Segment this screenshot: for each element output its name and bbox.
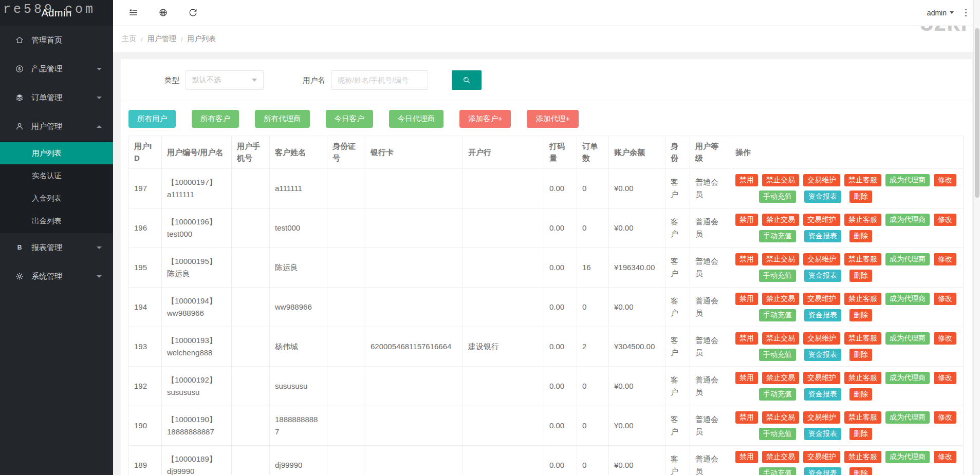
sidebar-subitem-deposit-list[interactable]: 入金列表 <box>0 187 113 210</box>
action-trade-maintenance-button[interactable]: 交易维护 <box>803 214 840 226</box>
action-manual-recharge-button[interactable]: 手动充值 <box>759 230 796 242</box>
action-disable-button[interactable]: 禁用 <box>735 451 758 463</box>
action-delete-button[interactable]: 删除 <box>849 467 872 475</box>
action-trade-maintenance-button[interactable]: 交易维护 <box>803 293 840 305</box>
action-forbid-service-button[interactable]: 禁止客服 <box>844 451 881 463</box>
action-disable-button[interactable]: 禁用 <box>735 372 758 384</box>
today-agents-button[interactable]: 今日代理商 <box>389 110 444 128</box>
action-make-agent-button[interactable]: 成为代理商 <box>885 293 930 305</box>
action-forbid-trade-button[interactable]: 禁止交易 <box>762 293 799 305</box>
action-forbid-trade-button[interactable]: 禁止交易 <box>762 451 799 463</box>
action-delete-button[interactable]: 删除 <box>849 349 872 361</box>
action-forbid-service-button[interactable]: 禁止客服 <box>844 293 881 305</box>
action-make-agent-button[interactable]: 成为代理商 <box>885 174 930 186</box>
breadcrumb-user-management[interactable]: 用户管理 <box>147 34 176 44</box>
action-delete-button[interactable]: 删除 <box>849 388 872 401</box>
action-forbid-service-button[interactable]: 禁止客服 <box>844 372 881 384</box>
action-delete-button[interactable]: 删除 <box>849 309 872 321</box>
action-make-agent-button[interactable]: 成为代理商 <box>885 214 930 226</box>
action-fund-report-button[interactable]: 资金报表 <box>804 388 841 401</box>
action-delete-button[interactable]: 删除 <box>849 230 872 242</box>
sidebar-item-dashboard[interactable]: 管理首页 <box>0 26 113 54</box>
action-make-agent-button[interactable]: 成为代理商 <box>885 411 930 424</box>
action-fund-report-button[interactable]: 资金报表 <box>804 349 841 361</box>
action-delete-button[interactable]: 删除 <box>849 191 872 203</box>
action-forbid-trade-button[interactable]: 禁止交易 <box>762 411 799 424</box>
sidebar-item-users[interactable]: 用户管理 <box>0 112 113 141</box>
action-forbid-trade-button[interactable]: 禁止交易 <box>762 332 799 345</box>
search-button[interactable] <box>452 70 482 90</box>
action-trade-maintenance-button[interactable]: 交易维护 <box>803 372 840 384</box>
action-fund-report-button[interactable]: 资金报表 <box>804 309 841 321</box>
action-edit-button[interactable]: 修改 <box>934 253 956 265</box>
action-forbid-service-button[interactable]: 禁止客服 <box>844 214 881 226</box>
action-disable-button[interactable]: 禁用 <box>735 293 758 305</box>
action-manual-recharge-button[interactable]: 手动充值 <box>759 270 796 282</box>
username-input[interactable] <box>331 70 428 90</box>
breadcrumb-home[interactable]: 主页 <box>122 34 136 44</box>
globe-icon[interactable] <box>158 8 169 18</box>
all-users-button[interactable]: 所有用户 <box>128 110 176 128</box>
action-fund-report-button[interactable]: 资金报表 <box>804 428 841 440</box>
sidebar-item-orders[interactable]: 订单管理 <box>0 83 113 112</box>
action-disable-button[interactable]: 禁用 <box>735 332 758 345</box>
action-manual-recharge-button[interactable]: 手动充值 <box>759 388 796 401</box>
action-forbid-trade-button[interactable]: 禁止交易 <box>762 214 799 226</box>
action-disable-button[interactable]: 禁用 <box>735 411 758 424</box>
sidebar-subitem-withdraw-list[interactable]: 出金列表 <box>0 210 113 232</box>
action-make-agent-button[interactable]: 成为代理商 <box>885 253 930 265</box>
today-customers-button[interactable]: 今日客户 <box>326 110 373 128</box>
action-forbid-trade-button[interactable]: 禁止交易 <box>762 372 799 384</box>
action-disable-button[interactable]: 禁用 <box>735 253 758 265</box>
action-forbid-service-button[interactable]: 禁止客服 <box>844 253 881 265</box>
action-manual-recharge-button[interactable]: 手动充值 <box>759 428 796 440</box>
action-edit-button[interactable]: 修改 <box>934 293 956 305</box>
action-forbid-trade-button[interactable]: 禁止交易 <box>762 174 799 186</box>
action-forbid-service-button[interactable]: 禁止客服 <box>844 411 881 424</box>
action-trade-maintenance-button[interactable]: 交易维护 <box>803 332 840 345</box>
collapse-menu-icon[interactable] <box>128 8 139 18</box>
action-edit-button[interactable]: 修改 <box>934 411 956 424</box>
action-trade-maintenance-button[interactable]: 交易维护 <box>803 253 840 265</box>
action-edit-button[interactable]: 修改 <box>934 372 956 384</box>
action-fund-report-button[interactable]: 资金报表 <box>804 270 841 282</box>
action-disable-button[interactable]: 禁用 <box>735 214 758 226</box>
refresh-icon[interactable] <box>188 8 198 18</box>
user-menu[interactable]: admin <box>927 9 954 17</box>
action-edit-button[interactable]: 修改 <box>934 214 956 226</box>
scrollbar-thumb[interactable] <box>975 28 979 198</box>
sidebar-subitem-user-list[interactable]: 用户列表 <box>0 142 113 164</box>
action-delete-button[interactable]: 删除 <box>849 270 872 282</box>
action-manual-recharge-button[interactable]: 手动充值 <box>759 191 796 203</box>
action-edit-button[interactable]: 修改 <box>934 332 956 345</box>
add-agent-button[interactable]: 添加代理+ <box>527 110 578 128</box>
action-make-agent-button[interactable]: 成为代理商 <box>885 372 930 384</box>
action-manual-recharge-button[interactable]: 手动充值 <box>759 467 796 475</box>
sidebar-item-system[interactable]: 系统管理 <box>0 262 113 291</box>
sidebar-item-reports[interactable]: B报表管理 <box>0 233 113 262</box>
action-trade-maintenance-button[interactable]: 交易维护 <box>803 174 840 186</box>
more-options-icon[interactable] <box>965 8 967 17</box>
action-manual-recharge-button[interactable]: 手动充值 <box>759 309 796 321</box>
action-delete-button[interactable]: 删除 <box>849 428 872 440</box>
type-select[interactable]: 默认不选 <box>186 70 264 90</box>
action-manual-recharge-button[interactable]: 手动充值 <box>759 349 796 361</box>
action-make-agent-button[interactable]: 成为代理商 <box>885 332 930 345</box>
sidebar-subitem-realname-auth[interactable]: 实名认证 <box>0 164 113 187</box>
action-fund-report-button[interactable]: 资金报表 <box>804 467 841 475</box>
all-customers-button[interactable]: 所有客户 <box>192 110 239 128</box>
sidebar-item-products[interactable]: $产品管理 <box>0 54 113 83</box>
action-disable-button[interactable]: 禁用 <box>735 174 758 186</box>
action-forbid-service-button[interactable]: 禁止客服 <box>844 174 881 186</box>
action-forbid-service-button[interactable]: 禁止客服 <box>844 332 881 345</box>
add-customer-button[interactable]: 添加客户+ <box>459 110 511 128</box>
action-trade-maintenance-button[interactable]: 交易维护 <box>803 411 840 424</box>
action-fund-report-button[interactable]: 资金报表 <box>804 230 841 242</box>
all-agents-button[interactable]: 所有代理商 <box>255 110 310 128</box>
action-edit-button[interactable]: 修改 <box>934 174 956 186</box>
action-trade-maintenance-button[interactable]: 交易维护 <box>803 451 840 463</box>
action-edit-button[interactable]: 修改 <box>934 451 956 463</box>
action-forbid-trade-button[interactable]: 禁止交易 <box>762 253 799 265</box>
action-fund-report-button[interactable]: 资金报表 <box>804 191 841 203</box>
action-make-agent-button[interactable]: 成为代理商 <box>885 451 930 463</box>
